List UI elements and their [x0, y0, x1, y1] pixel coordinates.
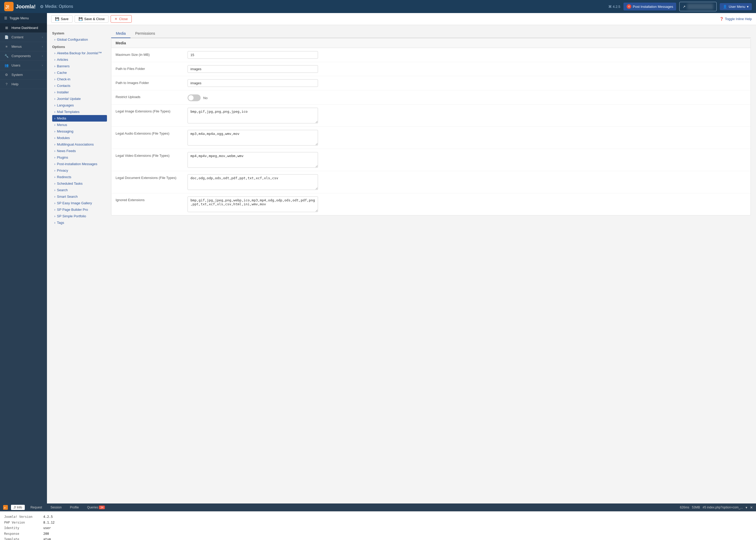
- debug-close-button[interactable]: ✕: [750, 505, 753, 509]
- legal-video-ext-label: Legal Video Extensions (File Types): [116, 152, 184, 158]
- sidenav-item-akeeba[interactable]: › Akeeba Backup for Joomla!™: [52, 50, 107, 56]
- user-menu-button[interactable]: 👤 User Menu ▾: [720, 3, 752, 10]
- sidenav-item-multilingual[interactable]: › Multilingual Associations: [52, 141, 107, 148]
- tab-media[interactable]: Media: [111, 29, 130, 38]
- legal-image-ext-group: Legal Image Extensions (File Types) bmp,…: [111, 105, 751, 127]
- template-row: Template atum: [4, 537, 752, 540]
- legal-image-ext-input[interactable]: bmp,gif,jpg,png,png,jpeg,ico: [188, 108, 318, 123]
- sidenav-item-menus[interactable]: › Menus: [52, 122, 107, 128]
- sidenav-item-mail-templates[interactable]: › Mail Templates: [52, 108, 107, 115]
- ignored-ext-input[interactable]: bmp,gif,jpg,jpeg,png,webp,ico,mp3,mp4,od…: [188, 197, 318, 212]
- template-value: atum: [43, 537, 51, 540]
- sidenav-item-sp-page[interactable]: › SP Page Builder Pro: [52, 206, 107, 213]
- sidenav-item-media[interactable]: › Media: [52, 115, 107, 122]
- sidenav-item-cache[interactable]: › Cache: [52, 69, 107, 76]
- sidenav-item-modules[interactable]: › Modules: [52, 135, 107, 141]
- joomla-version-key: Joomla! Version: [4, 514, 43, 520]
- toggle-inline-help-button[interactable]: ❓ Toggle Inline Help: [719, 17, 752, 21]
- navbar-right: ⌘ 4.2.5 4 Post Installation Messages ↗ 👤…: [608, 2, 752, 11]
- sidebar-item-home-dashboard[interactable]: ⊞ Home Dashboard: [0, 23, 47, 33]
- sidenav-item-sp-simple[interactable]: › SP Simple Portfolio: [52, 213, 107, 219]
- close-button[interactable]: ✕ Close: [111, 15, 131, 23]
- chevron-icon: ›: [54, 175, 55, 179]
- chevron-right-icon: ›: [42, 55, 43, 58]
- path-images-group: Path to Images Folder: [111, 76, 751, 90]
- options-section-label: Options: [52, 43, 107, 50]
- chevron-right-icon: ›: [42, 64, 43, 67]
- debug-expand-button[interactable]: ▾: [746, 505, 747, 509]
- debug-tab-profile[interactable]: Profile: [67, 505, 81, 510]
- chevron-icon: ›: [54, 149, 55, 153]
- blurred-url: [687, 4, 713, 9]
- legal-video-ext-input[interactable]: mp4,mp4v,mpeg,mov,webm,wmv: [188, 152, 318, 168]
- sidenav-item-contacts[interactable]: › Contacts: [52, 82, 107, 89]
- sidenav-item-articles[interactable]: › Articles: [52, 56, 107, 63]
- chevron-icon: ›: [54, 201, 55, 205]
- legal-image-ext-label: Legal Image Extensions (File Types): [116, 108, 184, 113]
- sidenav-item-scheduled-tasks[interactable]: › Scheduled Tasks: [52, 180, 107, 187]
- external-link-button[interactable]: ↗: [679, 2, 717, 11]
- max-size-input[interactable]: [188, 51, 318, 59]
- sidenav-item-news-feeds[interactable]: › News Feeds: [52, 148, 107, 154]
- save-close-icon: 💾: [78, 17, 83, 21]
- debug-page-info: #5 index.php?option=com_...: [703, 505, 743, 509]
- path-images-label: Path to Images Folder: [116, 79, 184, 85]
- sidenav-item-tags[interactable]: › Tags: [52, 219, 107, 226]
- max-size-label: Maximum Size (in MB): [116, 51, 184, 57]
- chevron-icon: ›: [54, 207, 55, 211]
- sidenav-item-privacy[interactable]: › Privacy: [52, 167, 107, 174]
- sidenav-item-banners[interactable]: › Banners: [52, 63, 107, 69]
- app-layout: ☰ Toggle Menu ⊞ Home Dashboard 📄 Content…: [0, 13, 756, 503]
- sidebar-item-help[interactable]: ? Help: [0, 79, 47, 89]
- debug-tab-session[interactable]: Session: [48, 505, 64, 510]
- path-files-group: Path to Files Folder: [111, 62, 751, 76]
- sidebar-item-components[interactable]: 🔧 Components ›: [0, 52, 47, 61]
- debug-bar: J! J! Info Request Session Profile Queri…: [0, 503, 756, 511]
- debug-tab-queries[interactable]: Queries 34: [84, 505, 107, 510]
- sidebar-item-content[interactable]: 📄 Content ›: [0, 33, 47, 42]
- sidenav-item-plugins[interactable]: › Plugins: [52, 154, 107, 161]
- tab-permissions[interactable]: Permissions: [130, 29, 160, 38]
- joomla-debug-icon: J!: [3, 505, 8, 510]
- help-circle-icon: ❓: [719, 17, 724, 21]
- svg-text:J!: J!: [5, 4, 9, 10]
- response-key: Response: [4, 531, 43, 537]
- sidenav-item-languages[interactable]: › Languages: [52, 102, 107, 108]
- global-config-link[interactable]: › Global Configuration: [52, 36, 107, 43]
- sidebar-item-users[interactable]: 👥 Users ›: [0, 61, 47, 70]
- sidebar: ☰ Toggle Menu ⊞ Home Dashboard 📄 Content…: [0, 13, 47, 503]
- save-button[interactable]: 💾 Save: [51, 15, 72, 23]
- sidenav-item-joomla-update[interactable]: › Joomla! Update: [52, 95, 107, 102]
- logo[interactable]: J! Joomla!: [4, 2, 36, 11]
- sidebar-item-menus[interactable]: ≡ Menus ›: [0, 42, 47, 52]
- path-files-input[interactable]: [188, 65, 318, 73]
- post-install-button[interactable]: 4 Post Installation Messages: [623, 3, 677, 10]
- sidenav-item-installer[interactable]: › Installer: [52, 89, 107, 95]
- media-options-card: Media Maximum Size (in MB) Path to Files…: [111, 38, 751, 215]
- path-images-input[interactable]: [188, 79, 318, 87]
- chevron-icon: ›: [54, 182, 55, 186]
- toggle-menu-button[interactable]: ☰ Toggle Menu: [0, 13, 47, 23]
- restrict-uploads-toggle-wrap: No: [188, 93, 208, 101]
- ignored-ext-group: Ignored Extensions bmp,gif,jpg,jpeg,png,…: [111, 193, 751, 215]
- sidenav-item-smart-search[interactable]: › Smart Search: [52, 193, 107, 200]
- sidenav-item-sp-easy[interactable]: › SP Easy Image Gallery: [52, 200, 107, 206]
- legal-audio-ext-input[interactable]: mp3,m4a,mp4a,ogg,wmv,mov: [188, 130, 318, 146]
- chevron-icon: ›: [54, 142, 55, 146]
- legal-video-ext-group: Legal Video Extensions (File Types) mp4,…: [111, 149, 751, 171]
- sidenav-item-messaging[interactable]: › Messaging: [52, 128, 107, 135]
- legal-doc-ext-input[interactable]: doc,odg,odp,ods,odt,pdf,ppt,txt,xcf,xls,…: [188, 174, 318, 190]
- debug-tab-jinfo[interactable]: J! Info: [11, 505, 25, 510]
- sidenav-item-search[interactable]: › Search: [52, 187, 107, 193]
- sidenav-item-redirects[interactable]: › Redirects: [52, 174, 107, 180]
- sidenav-item-post-install[interactable]: › Post-installation Messages: [52, 161, 107, 167]
- page-layout: System › Global Configuration Options › …: [52, 29, 751, 226]
- debug-tab-request[interactable]: Request: [28, 505, 45, 510]
- debug-time: 626ms: [680, 505, 689, 509]
- post-install-label: Post Installation Messages: [633, 5, 673, 9]
- sidenav-item-checkin[interactable]: › Check-in: [52, 76, 107, 82]
- save-close-button[interactable]: 💾 Save & Close: [74, 15, 109, 23]
- debug-info-panel: Joomla! Version 4.2.5 PHP Version 8.1.12…: [0, 511, 756, 540]
- sidebar-item-system[interactable]: ⚙ System: [0, 70, 47, 79]
- restrict-uploads-toggle[interactable]: [188, 94, 200, 101]
